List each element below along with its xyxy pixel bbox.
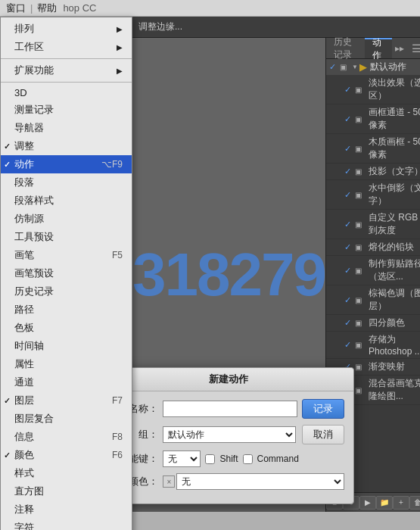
menu-item-19[interactable]: 通道 [1,373,132,391]
menu-item-23[interactable]: ✓颜色F6 [1,446,132,464]
menu-item-12[interactable]: 画笔F5 [1,246,132,264]
window-dropdown-menu: 排列▶工作区▶扩展功能▶3D测量记录导航器✓调整✓动作⌥F9段落段落样式仿制源工… [0,17,132,530]
action-item-3[interactable]: ✓ ▣ 投影（文字） [326,164,420,180]
dialog-color-row: 颜色： × 无 [132,473,344,490]
menu-item-label-24: 样式 [14,466,34,480]
shift-checkbox[interactable] [205,454,215,464]
menu-item-21[interactable]: 图层复合 [1,410,132,428]
menu-item-shortcut-22: F8 [112,432,123,442]
dialog-title: 新建动作 [132,368,353,391]
name-input[interactable] [163,401,297,417]
window-top-bar: 窗口 | 帮助 hop CC [0,0,420,17]
action-item-1[interactable]: ✓ ▣ 画框通道 - 50 像素 [326,104,420,134]
action-label-5: 自定义 RGB 到灰度 [369,211,420,237]
new-folder-btn[interactable]: 📁 [376,496,393,510]
menu-item-27[interactable]: 字符 [1,519,132,530]
menu-item-14[interactable]: 历史记录 [1,282,132,301]
action-item-10[interactable]: ✓ ▣ 存储为 Photoshop ... [326,332,420,359]
menu-item-label-0: 排列 [14,22,34,36]
action-check-2: ✓ [344,144,355,154]
menu-item-label-16: 色板 [14,321,34,335]
menu-item-16[interactable]: 色板 [1,319,132,337]
action-item-6[interactable]: ✓ ▣ 熔化的铅块 [326,239,420,256]
action-icon-12: ▣ [355,386,367,394]
action-check-4: ✓ [344,190,355,200]
menu-item-label-27: 字符 [14,521,34,530]
menu-item-13[interactable]: 画笔预设 [1,264,132,282]
play-btn[interactable]: ▶ [359,496,376,510]
group-label: 组： [132,428,158,441]
panel-menu-btn[interactable]: ☰ [407,42,420,55]
action-label-3: 投影（文字） [369,165,420,178]
menu-item-9[interactable]: 段落样式 [1,192,132,210]
dialog-group-row: 组： 默认动作 取消 [132,425,344,444]
menu-item-label-14: 历史记录 [14,285,54,298]
action-check-9: ✓ [344,318,355,328]
menu-item-label-1: 工作区 [14,40,44,54]
panel-expand-btn[interactable]: ▸▸ [392,43,407,54]
color-select[interactable]: 无 [176,473,344,490]
menu-item-15[interactable]: 路径 [1,301,132,319]
menu-item-6[interactable]: ✓调整 [1,137,132,155]
menu-item-shortcut-7: ⌥F9 [101,159,123,170]
menu-item-shortcut-23: F6 [112,450,123,460]
menu-item-10[interactable]: 仿制源 [1,210,132,228]
new-action-btn[interactable]: + [393,496,409,510]
menu-item-2[interactable]: 扩展功能▶ [1,61,132,80]
menu-item-22[interactable]: 信息F8 [1,428,132,446]
menu-item-1[interactable]: 工作区▶ [1,38,132,56]
menu-item-18[interactable]: 属性 [1,355,132,373]
new-action-dialog: 新建动作 名称： 记录 组： [132,367,354,504]
menu-item-7[interactable]: ✓动作⌥F9 [1,155,132,173]
delete-btn[interactable]: 🗑 [409,496,420,510]
action-item-7[interactable]: ✓ ▣ 制作剪贴路径（选区... [326,256,420,285]
key-label: 功能键： [132,452,158,466]
action-check-5: ✓ [344,220,355,229]
action-check-0: ✓ [344,85,355,95]
ps-label: hop CC [63,2,96,14]
action-check-1: ✓ [344,114,355,124]
menu-item-26[interactable]: 注释 [1,500,132,519]
key-select[interactable]: 无 [163,450,201,467]
menu-item-0[interactable]: 排列▶ [1,20,132,38]
dialog-body: 名称： 记录 组： 默认动作 取消 [132,391,353,504]
action-icon-10: ▣ [355,341,367,349]
command-label: Command [257,454,299,464]
command-checkbox[interactable] [243,454,253,464]
menu-item-8[interactable]: 段落 [1,173,132,192]
menu-item-25[interactable]: 直方图 [1,482,132,500]
action-item-9[interactable]: ✓ ▣ 四分颜色 [326,315,420,332]
help-menu[interactable]: 帮助 [37,2,57,15]
action-label-4: 水中倒影（文字） [369,182,420,207]
menu-item-24[interactable]: 样式 [1,464,132,482]
adjust-edge-btn[interactable]: 调整边缘... [138,20,182,33]
menu-item-4[interactable]: 测量记录 [1,101,132,119]
window-title[interactable]: 窗口 [6,2,26,15]
action-group-header[interactable]: ✓ ▣ ▼ ▶ 默认动作 [326,59,420,75]
cancel-button[interactable]: 取消 [302,425,344,444]
menu-item-20[interactable]: ✓图层F7 [1,391,132,410]
action-label-1: 画框通道 - 50 像素 [369,106,420,132]
menu-item-label-2: 扩展功能 [14,64,54,77]
action-check-10: ✓ [344,340,355,350]
menu-item-11[interactable]: 工具预设 [1,228,132,246]
action-label-9: 四分颜色 [369,316,420,329]
color-select-wrapper: × 无 [163,473,344,490]
action-item-2[interactable]: ✓ ▣ 木质画框 - 50 像素 [326,134,420,164]
action-icon-5: ▣ [355,220,367,229]
group-select[interactable]: 默认动作 [163,426,296,443]
actions-tab[interactable]: 动作 [365,38,392,58]
menu-item-3[interactable]: 3D [1,85,132,101]
menu-item-5[interactable]: 导航器 [1,119,132,137]
action-item-0[interactable]: ✓ ▣ 淡出效果（选区） [326,75,420,104]
action-item-4[interactable]: ✓ ▣ 水中倒影（文字） [326,180,420,210]
action-item-5[interactable]: ✓ ▣ 自定义 RGB 到灰度 [326,210,420,239]
color-x-icon: × [163,475,175,488]
history-tab[interactable]: 历史记录 [326,38,365,58]
action-check-6: ✓ [344,242,355,252]
menu-item-label-9: 段落样式 [14,194,54,207]
menu-item-label-15: 路径 [14,303,34,316]
menu-item-17[interactable]: 时间轴 [1,337,132,355]
record-button[interactable]: 记录 [302,399,344,419]
action-item-8[interactable]: ✓ ▣ 棕褐色调（图层） [326,285,420,315]
